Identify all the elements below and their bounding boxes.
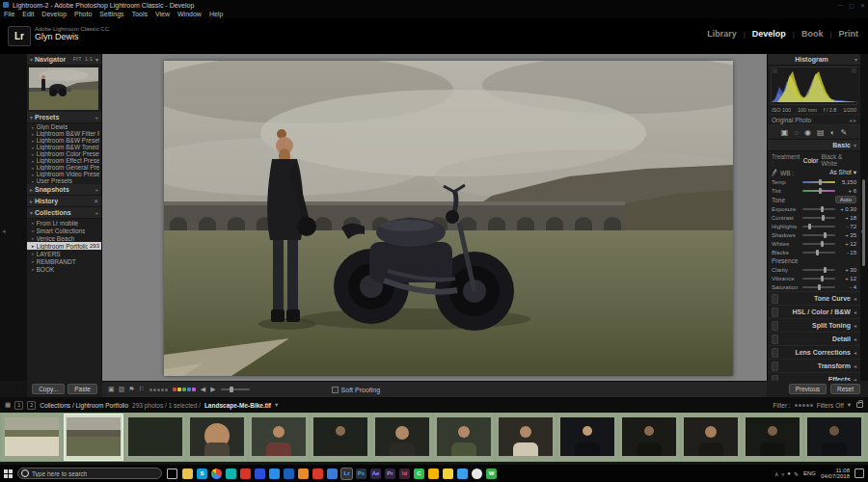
taskbar-app-icon[interactable]: Ps bbox=[356, 469, 366, 479]
taskbar-app-icon[interactable] bbox=[428, 469, 439, 479]
temp-slider[interactable]: Temp 5,150 bbox=[768, 177, 860, 186]
right-panel-scrollbar[interactable] bbox=[862, 179, 865, 266]
tint-knob[interactable] bbox=[819, 188, 822, 194]
tray-icon[interactable]: ∧ bbox=[774, 470, 778, 477]
zoom-1to1[interactable]: 1:1 bbox=[85, 56, 93, 63]
tray-icon[interactable]: ▿ bbox=[781, 470, 784, 477]
contrast-knob[interactable] bbox=[822, 215, 825, 221]
add-snapshot-button[interactable]: + bbox=[95, 187, 98, 193]
action-center-icon[interactable] bbox=[854, 469, 864, 478]
grid-view-icon[interactable]: ▦ bbox=[5, 401, 11, 409]
taskbar-app-icon[interactable]: W bbox=[486, 469, 497, 479]
preset-item[interactable]: ▸Lightroom B&W Toned Presets bbox=[27, 144, 101, 150]
filmstrip-thumbnail[interactable] bbox=[2, 414, 62, 461]
tint-slider[interactable]: Tint + 6 bbox=[768, 186, 860, 195]
filmstrip-thumbnail[interactable] bbox=[249, 414, 309, 461]
basic-panel-header[interactable]: Basic ▾ bbox=[768, 140, 860, 151]
collection-item[interactable]: ▸REMBRANDT bbox=[27, 257, 101, 265]
paste-button[interactable]: Paste bbox=[68, 384, 97, 394]
history-header[interactable]: ▸ History ✕ bbox=[27, 196, 101, 207]
close-button[interactable]: ✕ bbox=[860, 2, 865, 9]
menu-help[interactable]: Help bbox=[209, 11, 223, 17]
color-label-chip[interactable] bbox=[192, 388, 196, 391]
clarity-slider[interactable]: Clarity + 30 bbox=[768, 265, 860, 274]
filmstrip-thumbnail[interactable] bbox=[125, 414, 185, 461]
flag-pick-icon[interactable]: ⚑ bbox=[128, 386, 134, 393]
saturation-knob[interactable] bbox=[818, 284, 821, 290]
loupe-view-icon[interactable]: ▣ bbox=[108, 386, 115, 393]
snapshots-header[interactable]: ▸ Snapshots + bbox=[27, 184, 101, 196]
preset-item[interactable]: ▸Glyn Dewis bbox=[27, 123, 101, 130]
filmstrip-thumbnail[interactable] bbox=[743, 414, 802, 461]
contrast-track[interactable] bbox=[802, 217, 835, 219]
second-window-icon[interactable]: 2 bbox=[27, 401, 36, 410]
collapse-left-icon[interactable]: ◂ bbox=[2, 228, 6, 235]
histogram[interactable] bbox=[771, 67, 857, 105]
menu-window[interactable]: Window bbox=[177, 11, 202, 17]
taskbar-app-icon[interactable] bbox=[312, 469, 323, 479]
shadows-knob[interactable] bbox=[824, 232, 827, 238]
taskbar-app-icon[interactable]: Id bbox=[399, 469, 410, 479]
prev-photo-icon[interactable]: ◀ bbox=[201, 386, 205, 393]
maximize-button[interactable]: ▢ bbox=[849, 2, 854, 9]
taskbar-app-icon[interactable]: S bbox=[197, 469, 207, 479]
tint-track[interactable] bbox=[802, 190, 835, 192]
taskbar-app-icon[interactable]: Lr bbox=[341, 469, 352, 479]
photo-preview[interactable] bbox=[164, 61, 733, 376]
add-collection-button[interactable]: + bbox=[95, 210, 98, 216]
contrast-slider[interactable]: Contrast + 18 bbox=[768, 213, 860, 222]
wb-select[interactable]: As Shot ▾ bbox=[829, 169, 856, 176]
original-photo-row[interactable]: Original Photo ◂ ▸ bbox=[768, 114, 860, 125]
filmstrip-thumbnail[interactable] bbox=[64, 414, 123, 461]
filmstrip-thumbnail[interactable] bbox=[804, 414, 864, 461]
source-caret-icon[interactable]: ▾ bbox=[275, 401, 278, 409]
vibrance-knob[interactable] bbox=[821, 276, 824, 281]
highlights-track[interactable] bbox=[802, 226, 835, 228]
menu-settings[interactable]: Settings bbox=[99, 11, 123, 17]
add-preset-button[interactable]: + bbox=[95, 115, 98, 120]
before-after-view-icon[interactable]: ▥ bbox=[119, 386, 125, 393]
collection-item[interactable]: ▸LAYERS bbox=[27, 250, 101, 257]
panel-switch[interactable] bbox=[772, 335, 778, 344]
saturation-track[interactable] bbox=[802, 286, 835, 288]
exposure-knob[interactable] bbox=[821, 206, 824, 212]
taskbar-app-icon[interactable]: C bbox=[414, 469, 424, 479]
clarity-track[interactable] bbox=[802, 269, 835, 271]
menu-view[interactable]: View bbox=[155, 11, 170, 17]
preset-item[interactable]: ▸Lightroom Video Presets bbox=[27, 171, 101, 177]
filmstrip-thumbnail[interactable] bbox=[187, 414, 247, 461]
panel-switch[interactable] bbox=[772, 294, 778, 304]
panel-switch[interactable] bbox=[772, 308, 778, 317]
preset-item[interactable]: ▸Lightroom B&W Filter Presets bbox=[27, 130, 101, 137]
preset-item[interactable]: ▸Lightroom Color Presets bbox=[27, 150, 101, 157]
color-label-chip[interactable] bbox=[187, 388, 191, 391]
panel-header-transform[interactable]: Transform◂ bbox=[768, 359, 860, 372]
panel-header-lens-corrections[interactable]: Lens Corrections◂ bbox=[768, 345, 860, 359]
collection-item[interactable]: ▸Smart Collections bbox=[27, 227, 101, 234]
main-window-icon[interactable]: 1 bbox=[14, 401, 23, 410]
preset-item[interactable]: ▸Lightroom General Presets bbox=[27, 164, 101, 171]
collection-item[interactable]: ▸Lightroom Portfolio293 bbox=[27, 242, 101, 250]
wb-eyedropper-icon[interactable] bbox=[772, 169, 777, 176]
blacks-slider[interactable]: Blacks - 15 bbox=[768, 248, 860, 256]
filter-caret-icon[interactable]: ▾ bbox=[848, 401, 851, 409]
module-book[interactable]: Book bbox=[801, 29, 824, 39]
panel-header-effects[interactable]: Effects◂ bbox=[768, 372, 860, 381]
whites-slider[interactable]: Whites + 12 bbox=[768, 239, 860, 248]
minimize-button[interactable]: — bbox=[837, 2, 843, 9]
filter-stars[interactable] bbox=[795, 404, 813, 407]
taskbar-app-icon[interactable] bbox=[284, 469, 294, 479]
zoom-fit[interactable]: FIT bbox=[73, 56, 82, 63]
language-indicator[interactable]: ENG bbox=[803, 470, 816, 476]
filmstrip-thumbnail[interactable] bbox=[681, 414, 741, 461]
taskbar-app-icon[interactable] bbox=[240, 469, 251, 479]
panel-header-split-toning[interactable]: Split Toning◂ bbox=[768, 318, 860, 332]
preset-item[interactable]: ▸User Presets bbox=[27, 177, 101, 184]
filter-lock-icon[interactable] bbox=[856, 402, 863, 408]
vibrance-slider[interactable]: Vibrance + 12 bbox=[768, 274, 860, 282]
taskbar-app-icon[interactable] bbox=[211, 469, 222, 479]
menu-tools[interactable]: Tools bbox=[132, 11, 148, 17]
taskbar-clock[interactable]: 11:08 04/07/2018 bbox=[821, 468, 850, 480]
color-label-chip[interactable] bbox=[173, 388, 176, 391]
panel-switch[interactable] bbox=[772, 348, 778, 358]
